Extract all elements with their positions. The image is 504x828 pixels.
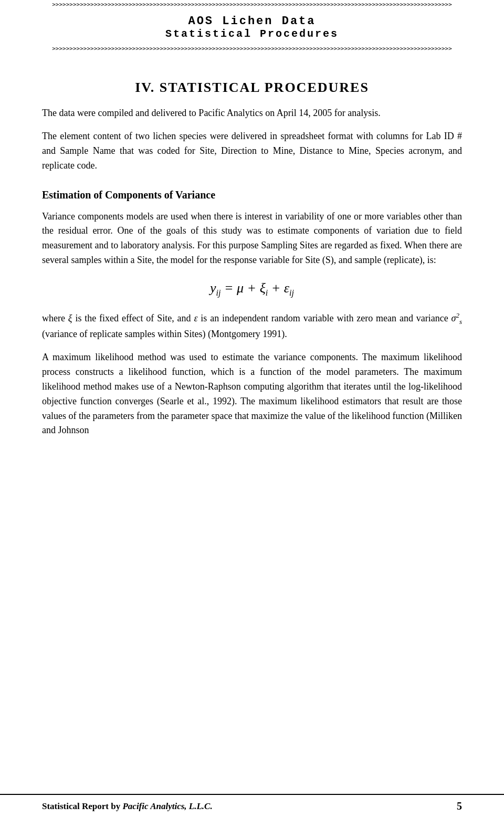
paragraph-2: The element content of two lichen specie… bbox=[42, 129, 462, 173]
footer-company: Pacific Analytics, L.L.C. bbox=[122, 801, 212, 811]
p4-post: (variance of replicate samples within Si… bbox=[42, 329, 287, 339]
formula-equals: = bbox=[224, 280, 237, 296]
header-title-line1: AOS Lichen Data bbox=[42, 15, 462, 28]
footer-page: 5 bbox=[457, 800, 462, 812]
section-title-block: IV. STATISTICAL PROCEDURES bbox=[42, 80, 462, 96]
formula-block: yij = μ + ξi + εij bbox=[42, 280, 462, 298]
header-title-line2: Statistical Procedures bbox=[42, 28, 462, 40]
formula-xi: ξi bbox=[260, 280, 268, 296]
formula-y: yij bbox=[210, 280, 220, 296]
sigma-s-squared: σ2s bbox=[452, 313, 462, 323]
formula-mu: μ bbox=[237, 280, 244, 296]
heading-ecv: Estimation of Components of Variance bbox=[42, 189, 462, 201]
formula-plus2: + bbox=[271, 280, 284, 296]
top-border: >>>>>>>>>>>>>>>>>>>>>>>>>>>>>>>>>>>>>>>>… bbox=[42, 0, 462, 9]
bottom-border: >>>>>>>>>>>>>>>>>>>>>>>>>>>>>>>>>>>>>>>>… bbox=[42, 44, 462, 54]
section-title: IV. STATISTICAL PROCEDURES bbox=[42, 80, 462, 96]
page: >>>>>>>>>>>>>>>>>>>>>>>>>>>>>>>>>>>>>>>>… bbox=[0, 0, 504, 828]
header: AOS Lichen Data Statistical Procedures bbox=[42, 9, 462, 44]
footer-label: Statistical Report by Pacific Analytics,… bbox=[42, 801, 213, 812]
paragraph-4: where ξ is the fixed effect of Site, and… bbox=[42, 310, 462, 342]
formula-epsilon: εij bbox=[284, 280, 294, 296]
paragraph-3: Variance components models are used when… bbox=[42, 209, 462, 268]
footer: Statistical Report by Pacific Analytics,… bbox=[0, 794, 504, 812]
paragraph-5: A maximum likelihood method was used to … bbox=[42, 350, 462, 438]
p4-pre: where ξ is the fixed effect of Site, and… bbox=[42, 313, 452, 323]
paragraph-1: The data were compiled and delivered to … bbox=[42, 106, 462, 121]
formula-plus1: + bbox=[247, 280, 260, 296]
